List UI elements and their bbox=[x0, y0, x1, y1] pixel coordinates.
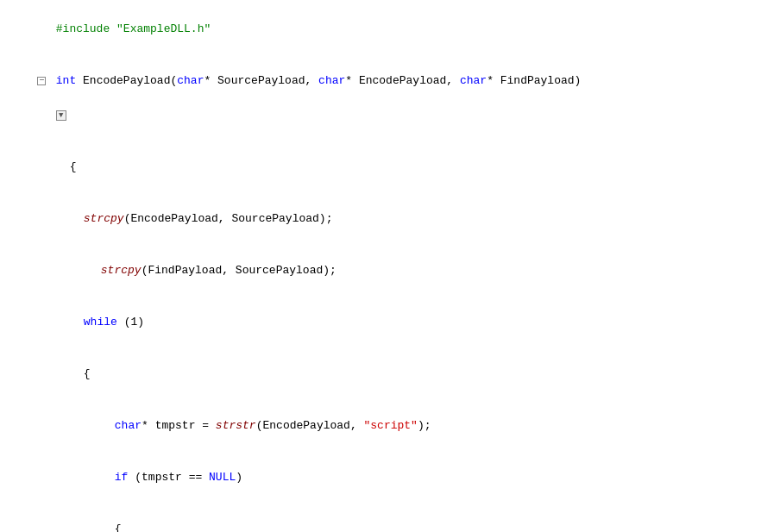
while-open-brace: { bbox=[12, 348, 780, 400]
while-cond: (1) bbox=[117, 316, 144, 329]
open-brace-line: { bbox=[0, 141, 780, 193]
function-signature-line: − int EncodePayload(char* SourcePayload,… bbox=[0, 55, 780, 141]
brace-open: { bbox=[70, 160, 77, 173]
param2: * EncodePayload, bbox=[345, 74, 460, 87]
while-content: while (1) bbox=[12, 297, 780, 348]
script-string: "script" bbox=[364, 419, 418, 432]
open-brace: { bbox=[12, 141, 780, 193]
char-kw3: char bbox=[460, 74, 487, 87]
strcpy1-line: strcpy(EncodePayload, SourcePayload); bbox=[0, 193, 780, 245]
strcpy1-content: strcpy(EncodePayload, SourcePayload); bbox=[12, 193, 780, 245]
if-brace: { bbox=[115, 523, 122, 532]
strcpy1-args: (EncodePayload, SourcePayload); bbox=[124, 212, 333, 225]
include-content: #include "ExampleDLL.h" bbox=[12, 3, 780, 55]
collapse-arrow[interactable]: ▼ bbox=[56, 110, 66, 121]
code-editor: #include "ExampleDLL.h" − int EncodePayl… bbox=[0, 0, 780, 532]
if-open-brace: { bbox=[12, 504, 780, 532]
if-line: if (tmpstr == NULL) bbox=[0, 452, 780, 504]
include-text: #include "ExampleDLL.h" bbox=[56, 22, 211, 35]
while-brace: { bbox=[84, 367, 91, 380]
strcpy1-func: strcpy bbox=[84, 212, 124, 225]
strstr-paren: (EncodePayload, bbox=[256, 419, 364, 432]
while-keyword: while bbox=[84, 316, 117, 329]
while-open-brace-line: { bbox=[0, 348, 780, 400]
include-line: #include "ExampleDLL.h" bbox=[0, 3, 780, 55]
char-kw1: char bbox=[177, 74, 204, 87]
strcpy2-args: (FindPayload, SourcePayload); bbox=[142, 264, 337, 277]
strstr-content: char* tmpstr = strstr(EncodePayload, "sc… bbox=[12, 400, 780, 452]
param1: * SourcePayload, bbox=[204, 74, 318, 87]
while-line: while (1) bbox=[0, 297, 780, 348]
tmpstr-decl: * tmpstr = bbox=[142, 419, 216, 432]
null-keyword: NULL bbox=[209, 471, 236, 484]
strcpy2-content: strcpy(FindPayload, SourcePayload); bbox=[12, 245, 780, 297]
strcpy2-func: strcpy bbox=[101, 264, 142, 277]
strstr-close: ); bbox=[418, 419, 431, 432]
param3: * FindPayload) bbox=[487, 74, 581, 87]
char-kw4: char bbox=[115, 419, 142, 432]
if-paren2: ) bbox=[236, 471, 242, 484]
func-name: EncodePayload( bbox=[83, 74, 177, 87]
if-paren1: (tmpstr == bbox=[128, 471, 209, 484]
func-signature-content: int EncodePayload(char* SourcePayload, c… bbox=[12, 55, 780, 141]
if-open-brace-line: { bbox=[0, 504, 780, 532]
strstr-func: strstr bbox=[216, 419, 256, 432]
int-keyword: int bbox=[56, 74, 83, 87]
char-kw2: char bbox=[318, 74, 345, 87]
if-keyword: if bbox=[115, 471, 129, 484]
strstr-line: char* tmpstr = strstr(EncodePayload, "sc… bbox=[0, 400, 780, 452]
if-content: if (tmpstr == NULL) bbox=[12, 452, 780, 504]
strcpy2-line: strcpy(FindPayload, SourcePayload); bbox=[0, 245, 780, 297]
gutter-func: − bbox=[0, 55, 12, 107]
